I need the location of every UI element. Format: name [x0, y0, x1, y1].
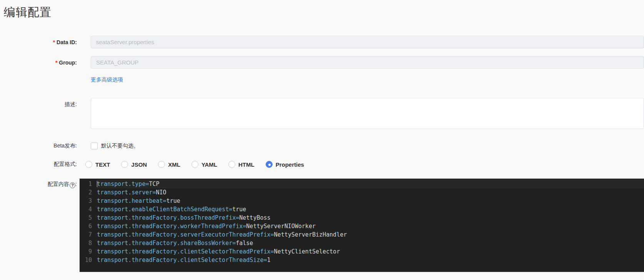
required-asterisk: * [55, 60, 57, 66]
description-textarea[interactable] [91, 98, 644, 129]
format-label: 配置格式: [0, 161, 77, 168]
code-line[interactable]: 4transport.enableClientBatchSendRequest=… [80, 205, 644, 214]
radio-icon[interactable] [228, 161, 235, 168]
format-radio-label: HTML [238, 161, 255, 168]
code-text: transport.heartbeat=true [97, 197, 644, 205]
line-number: 4 [80, 205, 97, 214]
group-input[interactable] [91, 56, 644, 69]
code-text: transport.type=TCP [97, 180, 644, 188]
format-radio-label: YAML [201, 161, 217, 168]
data-id-row: *Data ID: [0, 36, 644, 48]
radio-icon[interactable] [121, 161, 128, 168]
radio-icon[interactable] [158, 161, 165, 168]
code-text: transport.threadFactory.workerThreadPref… [97, 222, 644, 230]
code-text: transport.threadFactory.shareBossWorker=… [97, 239, 644, 247]
line-number: 1 [80, 180, 97, 188]
radio-icon[interactable] [191, 161, 198, 168]
line-number: 7 [80, 230, 97, 239]
format-radio-text[interactable]: TEXT [85, 161, 110, 168]
format-radio-html[interactable]: HTML [228, 161, 255, 168]
code-text: transport.threadFactory.bossThreadPrefix… [97, 214, 644, 222]
advanced-link-row: 更多高级选项 [0, 76, 644, 83]
code-text: transport.threadFactory.clientSelectorTh… [97, 247, 644, 256]
line-number: 6 [80, 222, 97, 230]
line-number: 3 [80, 197, 97, 205]
edit-config-form: *Data ID: *Group: 更多高级选项 描述: Beta发布: 默认不… [0, 36, 644, 272]
code-text: transport.enableClientBatchSendRequest=t… [97, 205, 644, 214]
format-radio-group: TEXTJSONXMLYAMLHTMLProperties [85, 161, 315, 168]
beta-checkbox-label: 默认不要勾选。 [101, 142, 139, 149]
code-line[interactable]: 7transport.threadFactory.serverExecutorT… [80, 230, 644, 239]
code-line[interactable]: 1transport.type=TCP [80, 180, 644, 188]
code-editor[interactable]: 1transport.type=TCP2transport.server=NIO… [80, 179, 644, 272]
code-line[interactable]: 5transport.threadFactory.bossThreadPrefi… [80, 214, 644, 222]
code-line[interactable]: 8transport.threadFactory.shareBossWorker… [80, 239, 644, 247]
format-radio-properties[interactable]: Properties [266, 161, 304, 168]
code-text: transport.server=NIO [97, 188, 644, 197]
format-radio-label: Properties [276, 161, 304, 168]
content-row: 配置内容?: 1transport.type=TCP2transport.ser… [0, 179, 644, 272]
more-advanced-options-link[interactable]: 更多高级选项 [91, 76, 123, 83]
radio-icon[interactable] [85, 161, 92, 168]
help-icon[interactable]: ? [70, 182, 75, 188]
code-line[interactable]: 10transport.threadFactory.clientSelector… [80, 256, 644, 264]
format-radio-label: XML [168, 161, 180, 168]
description-row: 描述: [0, 98, 644, 129]
data-id-input[interactable] [91, 36, 644, 48]
radio-selected-icon[interactable] [266, 161, 273, 168]
group-label: *Group: [0, 60, 77, 66]
beta-checkbox[interactable] [91, 142, 98, 149]
format-radio-json[interactable]: JSON [121, 161, 147, 168]
code-line[interactable]: 6transport.threadFactory.workerThreadPre… [80, 222, 644, 230]
line-number: 8 [80, 239, 97, 247]
required-asterisk: * [53, 39, 55, 45]
format-radio-xml[interactable]: XML [158, 161, 180, 168]
beta-label: Beta发布: [0, 142, 77, 149]
code-text: transport.threadFactory.serverExecutorTh… [97, 230, 644, 239]
line-number: 10 [80, 256, 97, 264]
content-label: 配置内容?: [0, 179, 77, 188]
group-row: *Group: [0, 56, 644, 69]
format-row: 配置格式: TEXTJSONXMLYAMLHTMLProperties [0, 161, 644, 168]
code-line[interactable]: 9transport.threadFactory.clientSelectorT… [80, 247, 644, 256]
code-line[interactable]: 2transport.server=NIO [80, 188, 644, 197]
format-radio-label: TEXT [95, 161, 110, 168]
code-line[interactable]: 3transport.heartbeat=true [80, 197, 644, 205]
line-number: 2 [80, 188, 97, 197]
description-label: 描述: [0, 98, 77, 108]
line-number: 9 [80, 247, 97, 256]
data-id-label: *Data ID: [0, 39, 77, 45]
line-number: 5 [80, 214, 97, 222]
beta-row: Beta发布: 默认不要勾选。 [0, 142, 644, 149]
format-radio-label: JSON [131, 161, 147, 168]
code-text: transport.threadFactory.clientSelectorTh… [97, 256, 644, 264]
page-title: 编辑配置 [4, 5, 644, 20]
format-radio-yaml[interactable]: YAML [191, 161, 217, 168]
